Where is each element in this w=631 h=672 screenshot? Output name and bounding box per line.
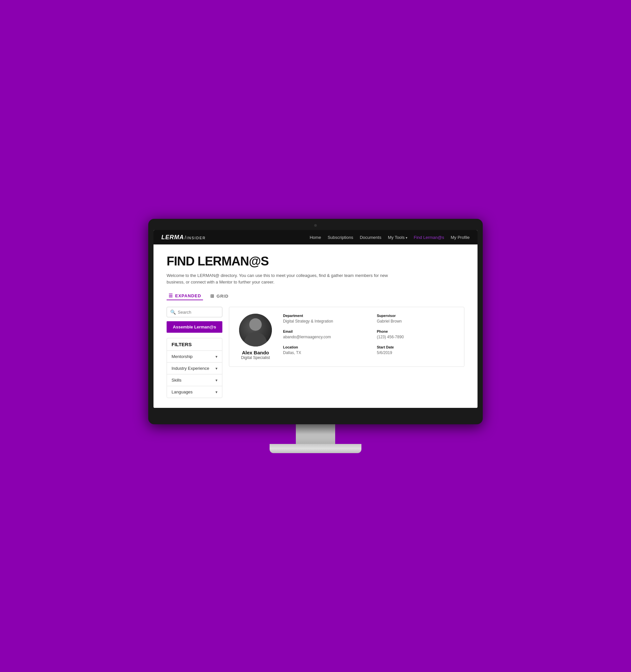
navbar: LERMA / INSIDER Home Subscriptions Docum… <box>153 230 478 244</box>
search-icon: 🔍 <box>170 309 176 315</box>
phone-value: (123) 456-7890 <box>377 334 457 340</box>
imac-wrapper: LERMA / INSIDER Home Subscriptions Docum… <box>148 219 483 453</box>
nav-link-documents[interactable]: Documents <box>360 235 381 240</box>
sidebar: 🔍 Assemble Lerman@s FILTERS Mentorship ▾ <box>167 307 222 398</box>
nav-item-subscriptions[interactable]: Subscriptions <box>328 234 353 240</box>
expanded-icon: ☰ <box>169 293 173 298</box>
start-date-value: 5/6/2019 <box>377 350 457 356</box>
detail-email: Email abando@lermaagency.com <box>283 330 364 340</box>
nav-item-myprofile[interactable]: My Profile <box>451 234 470 240</box>
person-avatar-col: Alex Bando Digital Specialist <box>236 314 275 360</box>
assemble-button[interactable]: Assemble Lerman@s <box>167 321 222 333</box>
chevron-down-icon-2: ▾ <box>216 366 218 371</box>
nav-link-home[interactable]: Home <box>310 235 321 240</box>
filter-languages-label: Languages <box>172 389 193 394</box>
nav-link-findlermans[interactable]: Find Lerman@s <box>414 235 445 240</box>
filters-title: FILTERS <box>167 338 222 351</box>
nav-logo: LERMA / INSIDER <box>161 234 206 241</box>
imac-camera <box>314 224 317 227</box>
main-content: FIND LERMAN@S Welcome to the LERMAN@ dir… <box>153 244 478 408</box>
department-value: Digital Strategy & Integration <box>283 319 364 324</box>
detail-phone: Phone (123) 456-7890 <box>377 330 457 340</box>
avatar <box>239 314 272 346</box>
content-layout: 🔍 Assemble Lerman@s FILTERS Mentorship ▾ <box>167 307 464 398</box>
results-area: Alex Bando Digital Specialist Department… <box>229 307 464 398</box>
nav-item-home[interactable]: Home <box>310 234 321 240</box>
nav-item-documents[interactable]: Documents <box>360 234 381 240</box>
search-box[interactable]: 🔍 <box>167 307 222 317</box>
phone-label: Phone <box>377 330 457 333</box>
location-label: Location <box>283 345 364 349</box>
search-input[interactable] <box>178 310 219 315</box>
department-label: Department <box>283 314 364 318</box>
person-details: Department Digital Strategy & Integratio… <box>283 314 457 355</box>
nav-item-findlermans[interactable]: Find Lerman@s <box>414 234 445 240</box>
person-card: Alex Bando Digital Specialist Department… <box>229 307 464 367</box>
logo-insider: INSIDER <box>186 236 206 240</box>
detail-start-date: Start Date 5/6/2019 <box>377 345 457 356</box>
grid-view-button[interactable]: ⊞ GRID <box>208 292 231 300</box>
email-value: abando@lermaagency.com <box>283 334 364 340</box>
filter-skills[interactable]: Skills ▾ <box>167 375 222 386</box>
nav-link-myprofile[interactable]: My Profile <box>451 235 470 240</box>
filter-mentorship[interactable]: Mentorship ▾ <box>167 351 222 363</box>
page-title: FIND LERMAN@S <box>167 254 464 268</box>
imac-stand-neck <box>296 424 335 444</box>
chevron-down-icon-4: ▾ <box>216 390 218 394</box>
supervisor-value: Gabriel Brown <box>377 319 457 324</box>
imac-screen: LERMA / INSIDER Home Subscriptions Docum… <box>153 230 478 408</box>
logo-slash: / <box>185 235 186 240</box>
start-date-label: Start Date <box>377 345 457 349</box>
expanded-label: EXPANDED <box>175 293 201 298</box>
location-value: Dallas, TX <box>283 350 364 356</box>
nav-link-subscriptions[interactable]: Subscriptions <box>328 235 353 240</box>
detail-supervisor: Supervisor Gabriel Brown <box>377 314 457 324</box>
avatar-body <box>244 332 267 346</box>
filter-languages[interactable]: Languages ▾ <box>167 386 222 398</box>
detail-department: Department Digital Strategy & Integratio… <box>283 314 364 324</box>
expanded-view-button[interactable]: ☰ EXPANDED <box>167 292 203 300</box>
filter-industry-label: Industry Experience <box>172 366 209 371</box>
person-name: Alex Bando <box>242 350 269 355</box>
grid-icon: ⊞ <box>210 293 214 298</box>
grid-label: GRID <box>217 294 229 298</box>
logo-lerma: LERMA <box>161 234 184 241</box>
avatar-image <box>239 314 272 346</box>
person-job-title: Digital Specialist <box>241 355 270 360</box>
nav-link-mytools[interactable]: My Tools <box>388 235 407 240</box>
detail-location: Location Dallas, TX <box>283 345 364 356</box>
chevron-down-icon-3: ▾ <box>216 378 218 383</box>
avatar-face <box>249 318 262 331</box>
nav-item-mytools[interactable]: My Tools <box>388 234 407 240</box>
nav-links: Home Subscriptions Documents My Tools Fi… <box>310 234 470 240</box>
imac-stand-base <box>270 444 361 453</box>
filters-section: FILTERS Mentorship ▾ Industry Experience… <box>167 338 222 398</box>
chevron-down-icon: ▾ <box>216 354 218 359</box>
page-description: Welcome to the LERMAN@ directory. You ca… <box>167 272 396 285</box>
filter-mentorship-label: Mentorship <box>172 354 193 359</box>
email-label: Email <box>283 330 364 333</box>
filter-industry-experience[interactable]: Industry Experience ▾ <box>167 363 222 375</box>
outer-frame: LERMA / INSIDER Home Subscriptions Docum… <box>135 206 496 466</box>
supervisor-label: Supervisor <box>377 314 457 318</box>
view-toggle: ☰ EXPANDED ⊞ GRID <box>167 292 464 300</box>
filter-skills-label: Skills <box>172 378 181 383</box>
imac-screen-bezel: LERMA / INSIDER Home Subscriptions Docum… <box>148 219 483 424</box>
